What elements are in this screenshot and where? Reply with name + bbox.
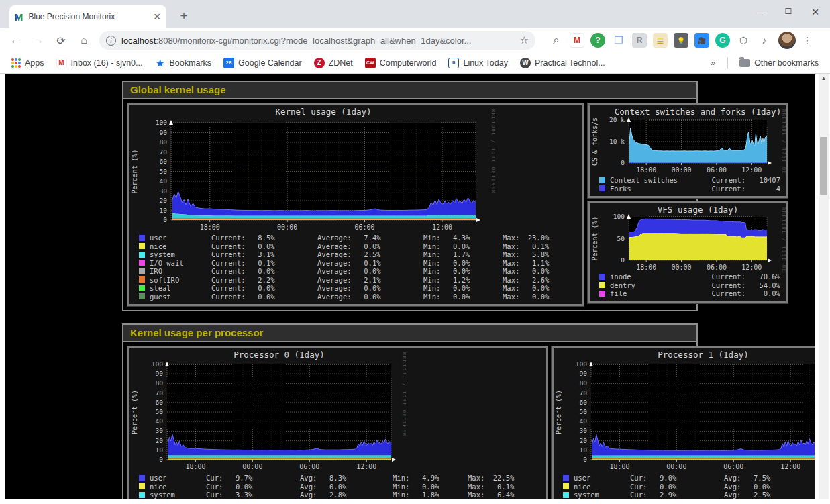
chart-legend: userCur:9.0%Avg:7.5%Min:4.3%Max:22.1%nic… bbox=[554, 473, 815, 499]
legend-stat-label: Current: bbox=[211, 276, 246, 285]
legend-stat-label: Avg: bbox=[724, 499, 741, 500]
home-icon[interactable]: ⌂ bbox=[74, 31, 93, 50]
legend-series-name: I/O wait bbox=[150, 499, 206, 500]
legend-swatch-system bbox=[563, 492, 569, 498]
svg-text:50: 50 bbox=[617, 235, 625, 242]
legend-stat-value: 0.0% bbox=[352, 242, 381, 251]
window-close-icon[interactable]: ✕ bbox=[810, 7, 821, 17]
keep-icon[interactable]: 💡 bbox=[674, 33, 688, 48]
processor-1-graph-panel[interactable]: 010203040506070809010018:0000:0006:0012:… bbox=[552, 346, 815, 499]
bookmark-item[interactable]: CWComputerworld bbox=[360, 56, 442, 70]
legend-stat-label: Max: bbox=[468, 483, 484, 491]
legend-series-name: file bbox=[610, 289, 627, 298]
bookmark-star-icon[interactable]: ☆ bbox=[520, 34, 529, 46]
legend-stat-label: Average: bbox=[317, 284, 352, 293]
scrollbar-thumb[interactable] bbox=[820, 137, 827, 195]
vfs-usage-graph-panel[interactable]: 05010018:0000:0006:0012:00VFS usage (1da… bbox=[588, 201, 788, 303]
back-icon[interactable]: ← bbox=[6, 31, 25, 50]
voice-icon[interactable]: ? bbox=[590, 33, 605, 48]
legend-series-name: system bbox=[150, 491, 206, 499]
address-bar[interactable]: i localhost:8080/monitorix-cgi/monitorix… bbox=[99, 31, 535, 50]
page-info-icon[interactable]: i bbox=[106, 36, 116, 46]
url-text[interactable]: localhost:8080/monitorix-cgi/monitorix.c… bbox=[121, 36, 515, 46]
legend-swatch-i-o-wait bbox=[139, 260, 145, 266]
r-extension-icon[interactable]: R bbox=[632, 33, 647, 48]
profile-avatar[interactable] bbox=[778, 32, 796, 49]
legend-series-name: system bbox=[574, 491, 630, 499]
legend-stat-value: 0.0% bbox=[519, 293, 549, 301]
legend-stat-label: Min: bbox=[393, 491, 409, 499]
browser-menu-icon[interactable]: ⋮ bbox=[802, 35, 812, 46]
chart-legend: inodeCurrent:70.6%dentryCurrent:54.0%fil… bbox=[590, 272, 786, 301]
window-minimize-icon[interactable]: — bbox=[756, 7, 767, 17]
legend-stat-value: 0.0% bbox=[440, 242, 470, 251]
svg-text:20: 20 bbox=[160, 197, 168, 204]
context-switches-graph-panel[interactable]: 010 k20 k18:0000:0006:0012:00Context swi… bbox=[588, 103, 788, 198]
legend-stat-label: Avg: bbox=[300, 491, 317, 499]
kernel-usage-graph-panel[interactable]: 010203040506070809010018:0000:0006:0012:… bbox=[127, 103, 584, 306]
window-maximize-icon[interactable]: ☐ bbox=[783, 7, 794, 17]
legend-series-name: guest bbox=[150, 293, 211, 301]
legend-stat-label: Min: bbox=[423, 250, 440, 259]
bookmark-item[interactable]: ★Bookmarks bbox=[150, 56, 217, 70]
svg-text:18:00: 18:00 bbox=[609, 463, 629, 470]
section-title: Kernel usage per processor bbox=[123, 325, 696, 342]
legend-stat-label: Max: bbox=[503, 293, 519, 301]
legend-stat-label: Avg: bbox=[300, 474, 317, 483]
tab-close-icon[interactable]: ✕ bbox=[153, 11, 161, 22]
scrollbar-up-icon[interactable]: ▲ bbox=[819, 74, 829, 83]
legend-stat-label: Max: bbox=[468, 474, 484, 483]
legend-stat-value: 9.7% bbox=[223, 474, 252, 483]
puzzle-icon[interactable]: ⬡ bbox=[736, 33, 751, 48]
svg-text:10: 10 bbox=[580, 446, 588, 454]
legend-series-name: dentry bbox=[610, 281, 635, 290]
other-bookmarks-button[interactable]: Other bookmarks bbox=[735, 56, 823, 70]
browser-tab[interactable]: M Blue Precision Monitorix ✕ bbox=[9, 5, 166, 28]
refresh-icon[interactable]: ⟳ bbox=[52, 31, 70, 50]
svg-text:06:00: 06:00 bbox=[355, 223, 375, 231]
books-icon[interactable]: ≣ bbox=[653, 33, 668, 48]
zdnet-icon: Z bbox=[314, 58, 325, 68]
gmail-icon[interactable]: M bbox=[570, 33, 584, 48]
forward-icon[interactable]: → bbox=[29, 31, 48, 50]
legend-stat-label: Average: bbox=[317, 293, 352, 301]
new-tab-button[interactable]: + bbox=[176, 8, 192, 24]
legend-swatch-dentry bbox=[599, 282, 605, 288]
bookmark-item[interactable]: ltLinux Today bbox=[444, 56, 513, 70]
bookmarks-overflow-icon[interactable]: » bbox=[705, 58, 721, 68]
page-scrollbar[interactable]: ▲ bbox=[819, 74, 829, 499]
svg-text:40: 40 bbox=[156, 417, 164, 425]
legend-stat-label: Average: bbox=[317, 267, 352, 276]
legend-stat-value: 1.2% bbox=[440, 276, 470, 285]
legend-stat-label: Avg: bbox=[724, 483, 741, 491]
apps-button[interactable]: Apps bbox=[7, 56, 49, 70]
zoom-camera-icon[interactable]: 🎥 bbox=[694, 33, 709, 48]
copy-pages-icon[interactable]: ❐ bbox=[611, 33, 626, 48]
bookmark-item[interactable]: WPractical Technol... bbox=[515, 56, 610, 70]
legend-stat-value: 4.9% bbox=[409, 474, 439, 483]
search-icon[interactable]: ⌕ bbox=[549, 33, 564, 48]
svg-text:00:00: 00:00 bbox=[666, 463, 686, 470]
legend-stat-value: 0.0% bbox=[519, 267, 549, 276]
legend-stat-label: Avg: bbox=[300, 499, 317, 500]
legend-stat-value: 2.8% bbox=[317, 491, 346, 499]
bookmark-item[interactable]: MInbox (16) - sjvn0... bbox=[52, 56, 148, 70]
legend-row: userCur:9.0%Avg:7.5%Min:4.3%Max:22.1% bbox=[563, 474, 815, 483]
legend-series-name: Forks bbox=[610, 185, 631, 193]
legend-swatch-user bbox=[139, 475, 145, 481]
legend-stat-value: 2.6% bbox=[519, 276, 549, 285]
folder-icon bbox=[739, 59, 750, 67]
legend-stat-value: 0.0% bbox=[246, 242, 275, 251]
y-axis-label: Percent (%) bbox=[591, 216, 599, 260]
legend-series-name: system bbox=[150, 250, 211, 259]
bookmarks-bar: Apps MInbox (16) - sjvn0...★Bookmarks28G… bbox=[0, 52, 830, 74]
legend-series-name: inode bbox=[610, 272, 631, 281]
playlist-icon[interactable]: ♪ bbox=[757, 33, 772, 48]
processor-0-graph-panel[interactable]: 010203040506070809010018:0000:0006:0012:… bbox=[127, 346, 548, 499]
grammarly-icon[interactable]: G bbox=[715, 33, 730, 48]
y-axis-label: CS & forks/s bbox=[591, 117, 599, 166]
chart-image-kernel: 010203040506070809010018:0000:0006:0012:… bbox=[129, 105, 495, 233]
bookmark-item[interactable]: 28Google Calendar bbox=[219, 56, 307, 70]
legend-stat-value: 5.8% bbox=[519, 250, 549, 259]
bookmark-item[interactable]: ZZDNet bbox=[309, 56, 358, 70]
